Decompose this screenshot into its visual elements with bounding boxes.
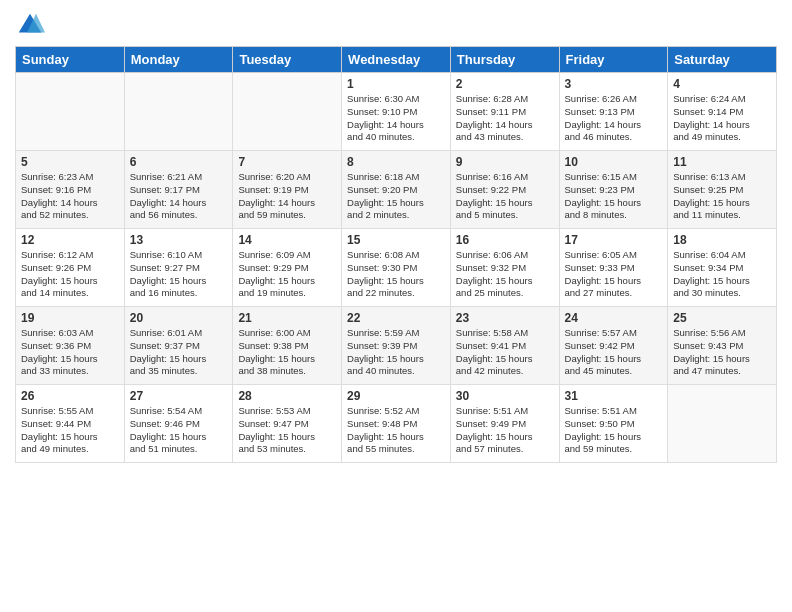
day-number: 11 [673,155,771,169]
day-info: Sunrise: 6:10 AM Sunset: 9:27 PM Dayligh… [130,249,228,300]
calendar-cell: 24Sunrise: 5:57 AM Sunset: 9:42 PM Dayli… [559,307,668,385]
calendar-cell: 11Sunrise: 6:13 AM Sunset: 9:25 PM Dayli… [668,151,777,229]
day-number: 17 [565,233,663,247]
calendar-cell [124,73,233,151]
day-number: 29 [347,389,445,403]
day-info: Sunrise: 6:00 AM Sunset: 9:38 PM Dayligh… [238,327,336,378]
week-row-3: 12Sunrise: 6:12 AM Sunset: 9:26 PM Dayli… [16,229,777,307]
calendar-cell: 25Sunrise: 5:56 AM Sunset: 9:43 PM Dayli… [668,307,777,385]
calendar-cell: 6Sunrise: 6:21 AM Sunset: 9:17 PM Daylig… [124,151,233,229]
weekday-header-saturday: Saturday [668,47,777,73]
week-row-4: 19Sunrise: 6:03 AM Sunset: 9:36 PM Dayli… [16,307,777,385]
day-info: Sunrise: 5:59 AM Sunset: 9:39 PM Dayligh… [347,327,445,378]
weekday-header-friday: Friday [559,47,668,73]
calendar-cell: 18Sunrise: 6:04 AM Sunset: 9:34 PM Dayli… [668,229,777,307]
day-number: 14 [238,233,336,247]
day-info: Sunrise: 6:28 AM Sunset: 9:11 PM Dayligh… [456,93,554,144]
day-number: 26 [21,389,119,403]
day-number: 23 [456,311,554,325]
weekday-header-monday: Monday [124,47,233,73]
day-info: Sunrise: 5:52 AM Sunset: 9:48 PM Dayligh… [347,405,445,456]
day-number: 4 [673,77,771,91]
calendar-cell: 27Sunrise: 5:54 AM Sunset: 9:46 PM Dayli… [124,385,233,463]
calendar-cell: 1Sunrise: 6:30 AM Sunset: 9:10 PM Daylig… [342,73,451,151]
calendar-cell: 15Sunrise: 6:08 AM Sunset: 9:30 PM Dayli… [342,229,451,307]
day-info: Sunrise: 6:16 AM Sunset: 9:22 PM Dayligh… [456,171,554,222]
logo [15,10,49,40]
calendar-cell: 23Sunrise: 5:58 AM Sunset: 9:41 PM Dayli… [450,307,559,385]
day-info: Sunrise: 5:53 AM Sunset: 9:47 PM Dayligh… [238,405,336,456]
calendar-cell: 31Sunrise: 5:51 AM Sunset: 9:50 PM Dayli… [559,385,668,463]
day-info: Sunrise: 6:24 AM Sunset: 9:14 PM Dayligh… [673,93,771,144]
calendar-cell: 8Sunrise: 6:18 AM Sunset: 9:20 PM Daylig… [342,151,451,229]
day-number: 7 [238,155,336,169]
calendar-cell: 12Sunrise: 6:12 AM Sunset: 9:26 PM Dayli… [16,229,125,307]
day-info: Sunrise: 6:20 AM Sunset: 9:19 PM Dayligh… [238,171,336,222]
day-number: 24 [565,311,663,325]
day-info: Sunrise: 5:55 AM Sunset: 9:44 PM Dayligh… [21,405,119,456]
day-info: Sunrise: 5:58 AM Sunset: 9:41 PM Dayligh… [456,327,554,378]
calendar-cell: 16Sunrise: 6:06 AM Sunset: 9:32 PM Dayli… [450,229,559,307]
weekday-header-row: SundayMondayTuesdayWednesdayThursdayFrid… [16,47,777,73]
day-info: Sunrise: 6:09 AM Sunset: 9:29 PM Dayligh… [238,249,336,300]
day-info: Sunrise: 6:12 AM Sunset: 9:26 PM Dayligh… [21,249,119,300]
day-info: Sunrise: 6:21 AM Sunset: 9:17 PM Dayligh… [130,171,228,222]
day-number: 16 [456,233,554,247]
day-number: 10 [565,155,663,169]
day-number: 6 [130,155,228,169]
day-number: 13 [130,233,228,247]
calendar-cell [233,73,342,151]
calendar-cell: 17Sunrise: 6:05 AM Sunset: 9:33 PM Dayli… [559,229,668,307]
day-info: Sunrise: 6:23 AM Sunset: 9:16 PM Dayligh… [21,171,119,222]
day-number: 30 [456,389,554,403]
page-container: SundayMondayTuesdayWednesdayThursdayFrid… [0,0,792,473]
day-info: Sunrise: 6:18 AM Sunset: 9:20 PM Dayligh… [347,171,445,222]
day-info: Sunrise: 5:51 AM Sunset: 9:49 PM Dayligh… [456,405,554,456]
calendar-cell: 20Sunrise: 6:01 AM Sunset: 9:37 PM Dayli… [124,307,233,385]
calendar-cell: 29Sunrise: 5:52 AM Sunset: 9:48 PM Dayli… [342,385,451,463]
day-number: 18 [673,233,771,247]
day-info: Sunrise: 5:57 AM Sunset: 9:42 PM Dayligh… [565,327,663,378]
day-number: 19 [21,311,119,325]
day-number: 12 [21,233,119,247]
day-number: 22 [347,311,445,325]
week-row-2: 5Sunrise: 6:23 AM Sunset: 9:16 PM Daylig… [16,151,777,229]
calendar-cell: 3Sunrise: 6:26 AM Sunset: 9:13 PM Daylig… [559,73,668,151]
day-info: Sunrise: 5:54 AM Sunset: 9:46 PM Dayligh… [130,405,228,456]
day-info: Sunrise: 6:05 AM Sunset: 9:33 PM Dayligh… [565,249,663,300]
header [15,10,777,40]
day-info: Sunrise: 6:30 AM Sunset: 9:10 PM Dayligh… [347,93,445,144]
day-number: 2 [456,77,554,91]
calendar-cell: 14Sunrise: 6:09 AM Sunset: 9:29 PM Dayli… [233,229,342,307]
calendar-cell: 28Sunrise: 5:53 AM Sunset: 9:47 PM Dayli… [233,385,342,463]
calendar-table: SundayMondayTuesdayWednesdayThursdayFrid… [15,46,777,463]
calendar-cell: 9Sunrise: 6:16 AM Sunset: 9:22 PM Daylig… [450,151,559,229]
calendar-cell: 30Sunrise: 5:51 AM Sunset: 9:49 PM Dayli… [450,385,559,463]
calendar-cell: 10Sunrise: 6:15 AM Sunset: 9:23 PM Dayli… [559,151,668,229]
day-number: 27 [130,389,228,403]
calendar-cell: 4Sunrise: 6:24 AM Sunset: 9:14 PM Daylig… [668,73,777,151]
day-number: 20 [130,311,228,325]
weekday-header-thursday: Thursday [450,47,559,73]
day-number: 5 [21,155,119,169]
day-number: 28 [238,389,336,403]
calendar-cell: 13Sunrise: 6:10 AM Sunset: 9:27 PM Dayli… [124,229,233,307]
weekday-header-tuesday: Tuesday [233,47,342,73]
weekday-header-wednesday: Wednesday [342,47,451,73]
day-number: 1 [347,77,445,91]
calendar-cell [668,385,777,463]
day-info: Sunrise: 5:56 AM Sunset: 9:43 PM Dayligh… [673,327,771,378]
day-number: 21 [238,311,336,325]
day-number: 31 [565,389,663,403]
day-info: Sunrise: 6:13 AM Sunset: 9:25 PM Dayligh… [673,171,771,222]
weekday-header-sunday: Sunday [16,47,125,73]
day-info: Sunrise: 6:04 AM Sunset: 9:34 PM Dayligh… [673,249,771,300]
calendar-cell: 19Sunrise: 6:03 AM Sunset: 9:36 PM Dayli… [16,307,125,385]
logo-icon [15,10,45,40]
day-info: Sunrise: 6:06 AM Sunset: 9:32 PM Dayligh… [456,249,554,300]
day-info: Sunrise: 6:01 AM Sunset: 9:37 PM Dayligh… [130,327,228,378]
calendar-cell: 2Sunrise: 6:28 AM Sunset: 9:11 PM Daylig… [450,73,559,151]
week-row-1: 1Sunrise: 6:30 AM Sunset: 9:10 PM Daylig… [16,73,777,151]
day-number: 15 [347,233,445,247]
calendar-cell: 22Sunrise: 5:59 AM Sunset: 9:39 PM Dayli… [342,307,451,385]
